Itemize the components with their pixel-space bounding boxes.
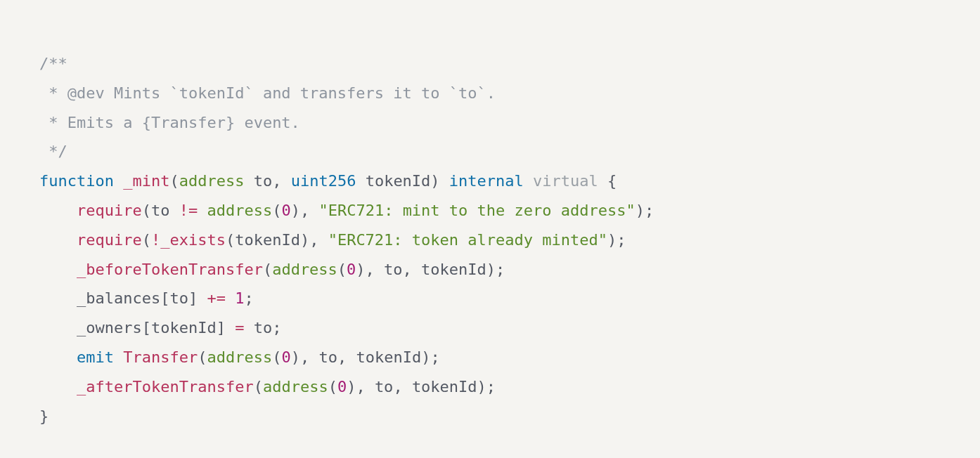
comment-line: */	[39, 143, 67, 160]
op-not: !	[151, 231, 160, 249]
ident-owners: _owners	[77, 319, 142, 336]
call-after-token-transfer: _afterTokenTransfer	[77, 378, 254, 395]
string-mint-zero: "ERC721: mint to the zero address"	[318, 202, 635, 219]
keyword-function: function	[39, 172, 114, 190]
num-one: 1	[235, 289, 244, 307]
call-exists: _exists	[160, 231, 226, 249]
type-uint256: uint256	[291, 172, 356, 190]
ident-tokenid: tokenId	[235, 231, 300, 249]
param-to: to	[254, 172, 273, 190]
ident-balances: _balances	[77, 289, 160, 307]
comma: ,	[272, 172, 291, 190]
comment-line: * @dev Mints `tokenId` and transfers it …	[39, 84, 496, 102]
comment-line: /**	[39, 55, 67, 72]
function-name-mint: _mint	[123, 172, 169, 190]
op-neq: !=	[179, 202, 198, 219]
op-pluseq: +=	[207, 289, 226, 307]
paren-close: )	[430, 172, 439, 190]
num-zero: 0	[281, 202, 290, 219]
bracket-close: ]	[188, 289, 198, 307]
keyword-internal: internal	[449, 172, 524, 190]
brace-open: {	[607, 172, 617, 190]
type-address: address	[179, 172, 245, 190]
param-tokenid: tokenId	[366, 172, 431, 190]
call-require: require	[77, 231, 142, 249]
keyword-emit: emit	[77, 348, 114, 366]
keyword-virtual: virtual	[533, 172, 598, 190]
comment-line: * Emits a {Transfer} event.	[39, 114, 300, 131]
code-block: /** * @dev Mints `tokenId` and transfers…	[39, 49, 941, 431]
paren-open: (	[169, 172, 179, 190]
semicolon: ;	[645, 202, 654, 219]
call-require: require	[77, 202, 142, 219]
call-address: address	[272, 261, 337, 278]
ident-to: to	[151, 202, 170, 219]
classname-transfer: Transfer	[123, 348, 198, 366]
string-already-minted: "ERC721: token already minted"	[328, 231, 607, 249]
call-before-token-transfer: _beforeTokenTransfer	[77, 261, 263, 278]
op-eq: =	[235, 319, 244, 336]
call-address: address	[207, 202, 272, 219]
brace-close: }	[39, 407, 49, 425]
bracket-open: [	[160, 289, 169, 307]
